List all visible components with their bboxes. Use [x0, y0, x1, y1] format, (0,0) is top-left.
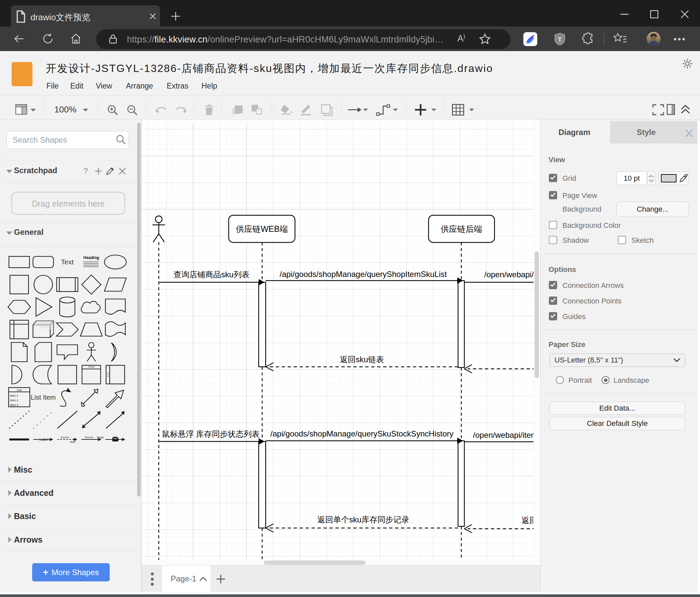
svg-text:Source: Source: [85, 436, 94, 439]
svg-text:查询店铺商品sku列表: 查询店铺商品sku列表: [173, 270, 249, 279]
svg-text:TITLE: TITLE: [107, 372, 109, 377]
svg-text:/open/webapi/: /open/webapi/: [484, 270, 534, 279]
svg-text:返回sku链表: 返回sku链表: [340, 355, 384, 364]
svg-text:供应链后端: 供应链后端: [441, 224, 482, 234]
svg-text:Item 2: Item 2: [10, 399, 18, 402]
svg-text:Target: Target: [97, 436, 104, 439]
svg-text:Item 3: Item 3: [10, 403, 18, 407]
svg-text:/api/goods/shopManage/querySho: /api/goods/shopManage/queryShopItemSkuLi…: [280, 270, 447, 279]
svg-text:返回单个sku库存同步记录: 返回单个sku库存同步记录: [317, 515, 409, 524]
svg-text:List: List: [17, 388, 22, 392]
svg-text:Text: Text: [61, 258, 74, 266]
svg-text:Heading: Heading: [83, 255, 99, 260]
svg-text:/open/webapi/item: /open/webapi/item: [473, 430, 534, 439]
svg-text:Item 1: Item 1: [10, 394, 18, 397]
svg-text:供应链WEB端: 供应链WEB端: [236, 224, 288, 234]
svg-text:Label: Label: [40, 437, 48, 441]
svg-text:TITLE: TITLE: [88, 366, 95, 368]
svg-text:label: label: [70, 440, 76, 444]
svg-text:/api/goods/shopManage/querySku: /api/goods/shopManage/querySkuStockSyncH…: [271, 429, 453, 438]
svg-text:T: T: [558, 36, 562, 43]
svg-text:List Item: List Item: [31, 394, 56, 401]
svg-text:Source: Source: [61, 436, 69, 439]
svg-text:鼠标悬浮 库存同步状态列表: 鼠标悬浮 库存同步状态列表: [162, 430, 260, 438]
svg-text:返回单个sku库存同步记录: 返回单个sku库存同步记录: [521, 516, 534, 525]
